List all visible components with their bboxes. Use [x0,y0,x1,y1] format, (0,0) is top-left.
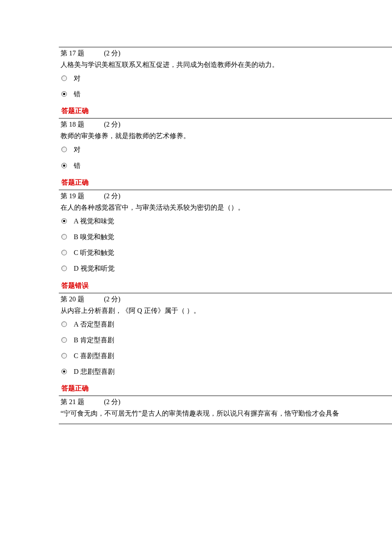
option-row: D 视觉和听觉 [61,264,392,272]
option-row: C 喜剧型喜剧 [61,352,392,360]
option-label: D 视觉和听觉 [74,264,115,272]
question-text: 人格美与学识美相互联系又相互促进，共同成为创造教师外在美的动力。 [61,60,392,70]
question-text: 教师的审美修养，就是指教师的艺术修养。 [61,131,392,141]
question-points: (2 分) [104,295,121,304]
result-text: 答题正确 [61,106,392,117]
option-label: 错 [74,90,81,98]
radio-icon[interactable] [61,266,67,271]
radio-icon[interactable] [61,163,67,168]
radio-icon[interactable] [61,234,67,240]
question-header: 第 17 题 (2 分) [61,49,392,58]
radio-icon[interactable] [61,75,67,81]
question-block: 第 18 题 (2 分) 教师的审美修养，就是指教师的艺术修养。 对 错 答题正… [59,118,392,189]
option-label: 对 [74,145,81,153]
option-label: A 视觉和味觉 [74,217,114,225]
question-header: 第 21 题 (2 分) [61,398,392,407]
question-points: (2 分) [104,398,121,407]
question-points: (2 分) [104,192,121,201]
option-label: 对 [74,74,81,82]
result-text: 答题错误 [61,280,392,292]
radio-icon[interactable] [61,337,67,343]
question-header: 第 20 题 (2 分) [61,295,392,304]
option-label: D 悲剧型喜剧 [74,367,115,376]
question-number: 第 17 题 [61,49,84,58]
question-text: 在人的各种感觉器官中，与审美活动关系较为密切的是（）。 [61,202,392,213]
question-text: 从内容上分析喜剧，《阿 Q 正传》属于（ ）。 [61,306,392,316]
result-text: 答题正确 [61,383,392,395]
quiz-page: 第 17 题 (2 分) 人格美与学识美相互联系又相互促进，共同成为创造教师外在… [0,0,392,424]
question-number: 第 21 题 [61,398,84,407]
option-label: A 否定型喜剧 [74,320,114,328]
result-text: 答题正确 [61,177,392,189]
radio-icon[interactable] [61,353,67,358]
option-label: C 听觉和触觉 [74,249,114,257]
option-label: C 喜剧型喜剧 [74,352,114,360]
option-row: A 否定型喜剧 [61,320,392,328]
question-number: 第 19 题 [61,192,84,201]
option-label: B 肯定型喜剧 [74,336,114,344]
question-points: (2 分) [104,49,121,58]
question-number: 第 18 题 [61,120,84,129]
option-row: C 听觉和触觉 [61,249,392,257]
radio-icon[interactable] [61,369,67,374]
bottom-border [59,424,392,424]
radio-icon[interactable] [61,91,67,97]
option-row: 错 [61,162,392,170]
option-row: B 嗅觉和触觉 [61,233,392,241]
option-row: A 视觉和味觉 [61,217,392,225]
question-header: 第 19 题 (2 分) [61,192,392,201]
question-block: 第 17 题 (2 分) 人格美与学识美相互联系又相互促进，共同成为创造教师外在… [59,47,392,118]
option-row: 错 [61,90,392,98]
question-number: 第 20 题 [61,295,84,304]
radio-icon[interactable] [61,218,67,224]
option-row: 对 [61,74,392,82]
radio-icon[interactable] [61,250,67,255]
question-text: “宁可食无肉，不可居无竹”是古人的审美情趣表现，所以说只有摒弃富有，恪守勤俭才会… [61,408,392,419]
option-label: 错 [74,162,81,170]
question-points: (2 分) [104,120,121,129]
option-row: B 肯定型喜剧 [61,336,392,344]
radio-icon[interactable] [61,321,67,327]
option-row: 对 [61,145,392,153]
radio-icon[interactable] [61,147,67,152]
question-block: 第 21 题 (2 分) “宁可食无肉，不可居无竹”是古人的审美情趣表现，所以说… [59,396,392,424]
question-header: 第 18 题 (2 分) [61,120,392,129]
question-block: 第 20 题 (2 分) 从内容上分析喜剧，《阿 Q 正传》属于（ ）。 A 否… [59,293,392,396]
option-row: D 悲剧型喜剧 [61,367,392,376]
question-block: 第 19 题 (2 分) 在人的各种感觉器官中，与审美活动关系较为密切的是（）。… [59,190,392,293]
option-label: B 嗅觉和触觉 [74,233,114,241]
